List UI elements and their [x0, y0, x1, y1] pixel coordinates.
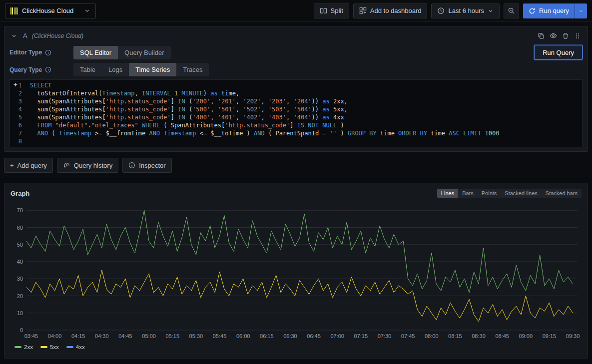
- legend-item-2xx[interactable]: 2xx: [14, 344, 33, 350]
- graph-panel-title: Graph: [10, 190, 29, 197]
- query-ref-id: A: [23, 32, 27, 39]
- trash-icon: [562, 32, 569, 39]
- info-icon: [45, 49, 51, 56]
- sql-code: 1SELECT2 toStartOfInterval(Timestamp, IN…: [10, 81, 582, 145]
- graph-style-bars[interactable]: Bars: [458, 189, 478, 198]
- clickhouse-logo-icon: [10, 7, 18, 14]
- inspector-button[interactable]: Inspector: [122, 158, 171, 173]
- query-type-time-series[interactable]: Time Series: [129, 63, 176, 76]
- query-row-header: A (ClickHouse Cloud): [4, 26, 588, 45]
- add-query-button[interactable]: + Add query: [4, 158, 53, 173]
- graph-style-stacked-bars[interactable]: Stacked bars: [542, 189, 582, 198]
- query-history-label: Query history: [74, 162, 112, 169]
- graph-style-lines[interactable]: Lines: [437, 189, 458, 198]
- svg-text:04:45: 04:45: [118, 333, 132, 339]
- editor-type-label-wrap: Editor Type: [9, 49, 73, 56]
- legend-item-4xx[interactable]: 4xx: [66, 344, 85, 350]
- legend-swatch: [66, 346, 73, 348]
- info-icon: [128, 162, 135, 169]
- svg-text:05:15: 05:15: [165, 333, 179, 339]
- chevron-down-icon: [488, 8, 494, 14]
- code-line: 5 sum(SpanAttributes['http.status_code']…: [10, 113, 582, 121]
- editor-type-label: Editor Type: [9, 49, 42, 56]
- code-line: 8: [10, 137, 582, 145]
- split-label: Split: [331, 7, 343, 14]
- run-query-split-button: Run query: [523, 3, 587, 18]
- svg-text:07:00: 07:00: [330, 333, 344, 339]
- svg-text:50: 50: [17, 242, 23, 248]
- svg-text:09:15: 09:15: [543, 333, 557, 339]
- time-range-label: Last 6 hours: [448, 7, 484, 14]
- query-type-logs[interactable]: Logs: [102, 63, 129, 76]
- query-type-table[interactable]: Table: [73, 63, 102, 76]
- svg-text:04:15: 04:15: [71, 333, 85, 339]
- legend-label: 5xx: [50, 344, 59, 350]
- grip-dots-icon: [574, 32, 581, 39]
- query-history-button[interactable]: Query history: [57, 158, 118, 173]
- svg-text:03:45: 03:45: [24, 333, 38, 339]
- info-icon: [45, 66, 51, 73]
- svg-text:20: 20: [17, 293, 23, 299]
- add-to-dashboard-button[interactable]: Add to dashboard: [353, 3, 428, 18]
- query-type-group: Table Logs Time Series Traces: [73, 63, 209, 76]
- clock-icon: [437, 7, 445, 14]
- duplicate-query-button[interactable]: [536, 31, 546, 41]
- legend-swatch: [14, 346, 21, 348]
- query-type-label: Query Type: [9, 66, 42, 73]
- legend-label: 2xx: [24, 344, 33, 350]
- svg-text:0: 0: [20, 327, 23, 333]
- legend-swatch: [40, 346, 47, 348]
- svg-text:05:00: 05:00: [142, 333, 156, 339]
- remove-query-button[interactable]: [561, 31, 571, 41]
- svg-text:10: 10: [17, 310, 23, 316]
- svg-text:05:45: 05:45: [213, 333, 227, 339]
- editor-type-row: Editor Type SQL Editor Query Builder Run…: [9, 45, 583, 60]
- inspector-label: Inspector: [139, 162, 165, 169]
- query-type-traces[interactable]: Traces: [176, 63, 209, 76]
- history-icon: [63, 162, 70, 169]
- svg-text:09:30: 09:30: [566, 333, 580, 339]
- svg-text:70: 70: [17, 207, 23, 213]
- code-line: 7 AND ( Timestamp >= $__fromTime AND Tim…: [10, 129, 582, 137]
- toolbar-actions: Split Add to dashboard Last 6 hours: [314, 3, 587, 18]
- editor-type-sql-editor[interactable]: SQL Editor: [73, 46, 118, 59]
- run-query-panel-button[interactable]: Run Query: [534, 45, 583, 60]
- editor-type-query-builder[interactable]: Query Builder: [118, 46, 170, 59]
- svg-text:06:00: 06:00: [236, 333, 250, 339]
- svg-text:08:15: 08:15: [448, 333, 462, 339]
- zoom-out-button[interactable]: [504, 3, 519, 18]
- hide-query-button[interactable]: [548, 30, 559, 41]
- graph-style-points[interactable]: Points: [478, 189, 501, 198]
- svg-text:06:15: 06:15: [260, 333, 274, 339]
- add-line-icon[interactable]: +: [13, 81, 17, 89]
- svg-text:06:30: 06:30: [283, 333, 297, 339]
- drag-handle[interactable]: [573, 31, 583, 41]
- graph-style-stacked-lines[interactable]: Stacked lines: [501, 189, 541, 198]
- legend-item-5xx[interactable]: 5xx: [40, 344, 59, 350]
- svg-text:40: 40: [17, 259, 23, 265]
- eye-icon: [550, 32, 557, 39]
- copy-icon: [538, 32, 545, 39]
- svg-text:08:30: 08:30: [472, 333, 486, 339]
- query-type-row: Query Type Table Logs Time Series Traces: [9, 63, 583, 76]
- split-icon: [320, 7, 327, 14]
- code-line: 1SELECT: [10, 81, 582, 89]
- code-line: 3 sum(SpanAttributes['http.status_code']…: [10, 97, 582, 105]
- run-query-button[interactable]: Run query: [523, 3, 575, 18]
- time-series-chart[interactable]: 01020304050607003:4504:0004:1504:3004:45…: [10, 200, 582, 341]
- datasource-picker[interactable]: ClickHouse Cloud: [5, 3, 96, 18]
- query-editor-body: Editor Type SQL Editor Query Builder Run…: [4, 45, 588, 151]
- split-button[interactable]: Split: [314, 3, 349, 18]
- collapse-query-button[interactable]: [9, 31, 18, 40]
- time-range-picker[interactable]: Last 6 hours: [431, 3, 500, 18]
- svg-text:05:30: 05:30: [189, 333, 203, 339]
- svg-text:04:30: 04:30: [95, 333, 109, 339]
- chart-legend: 2xx5xx4xx: [10, 341, 582, 351]
- sql-code-editor[interactable]: + 1SELECT2 toStartOfInterval(Timestamp, …: [9, 79, 583, 147]
- run-query-caret-button[interactable]: [575, 3, 587, 18]
- svg-text:07:45: 07:45: [401, 333, 415, 339]
- code-line: 2 toStartOfInterval(Timestamp, INTERVAL …: [10, 89, 582, 97]
- query-datasource-hint: (ClickHouse Cloud): [32, 32, 83, 39]
- graph-panel-header: Graph Lines Bars Points Stacked lines St…: [10, 187, 582, 199]
- svg-text:60: 60: [17, 225, 23, 231]
